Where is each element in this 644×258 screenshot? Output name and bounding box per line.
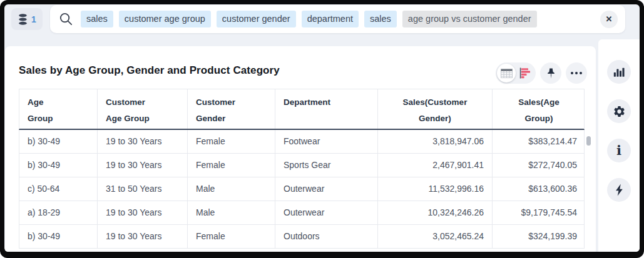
table-row[interactable]: b) 30-4919 to 30 YearsFemaleOutdoors3,05… — [19, 225, 585, 249]
table-cell: $324,199.39 — [492, 225, 585, 248]
column-header[interactable]: Sales(Age Group) — [492, 89, 585, 129]
table-cell: Female — [187, 225, 275, 248]
table-cell: Male — [187, 201, 275, 224]
search-token-list: salescustomer age groupcustomer genderde… — [81, 11, 600, 27]
table-cell: c) 50-64 — [19, 177, 97, 201]
settings-button[interactable] — [607, 99, 631, 123]
table-icon — [501, 69, 513, 78]
pin-button[interactable] — [540, 62, 561, 84]
table-cell: 19 to 30 Years — [97, 201, 187, 224]
search-token[interactable]: age group vs customer gender — [402, 11, 537, 27]
app-surface: 1 salescustomer age groupcustomer gender… — [4, 4, 640, 252]
table-cell: Sports Gear — [275, 154, 377, 177]
table-cell: 3,052,465.24 — [377, 225, 492, 248]
answer-actions — [496, 62, 587, 84]
column-header[interactable]: Department — [275, 89, 377, 129]
search-token[interactable]: customer age group — [119, 11, 211, 27]
info-icon: i — [616, 144, 621, 157]
table-cell: Female — [187, 154, 275, 177]
table-scrollbar[interactable] — [586, 136, 591, 146]
table-cell: 31 to 50 Years — [97, 177, 187, 201]
table-cell: Male — [187, 177, 275, 201]
settings-icon — [613, 105, 626, 118]
data-source-count: 1 — [31, 14, 36, 24]
search-bar[interactable]: salescustomer age groupcustomer genderde… — [50, 5, 625, 33]
table-cell: Outerwear — [275, 201, 377, 224]
table-cell: $9,179,745.54 — [492, 201, 585, 224]
table-row[interactable]: b) 30-4919 to 30 YearsFemaleSports Gear2… — [19, 154, 585, 177]
chart-config-button[interactable] — [607, 60, 631, 84]
database-icon — [18, 14, 28, 25]
table-header-row: Age GroupCustomer Age GroupCustomer Gend… — [19, 89, 585, 130]
search-token[interactable]: customer gender — [217, 11, 296, 27]
search-icon — [59, 12, 73, 26]
table-cell: 19 to 30 Years — [97, 130, 187, 153]
table-view-button[interactable] — [497, 64, 516, 82]
answer-title: Sales by Age Group, Gender and Product C… — [19, 64, 280, 77]
more-options-button[interactable] — [566, 62, 587, 84]
clear-search-button[interactable]: ✕ — [600, 11, 618, 28]
table-cell: 19 to 30 Years — [97, 225, 187, 248]
table-cell: 10,324,246.26 — [377, 201, 492, 224]
spotiq-button[interactable] — [607, 178, 631, 202]
table-cell: 11,532,996.16 — [377, 177, 492, 201]
search-token[interactable]: department — [302, 11, 359, 27]
app-window: 1 salescustomer age groupcustomer gender… — [0, 0, 644, 258]
search-token[interactable]: sales — [81, 11, 113, 27]
chart-icon — [613, 66, 625, 78]
display-mode-toggle — [496, 62, 536, 84]
table-row[interactable]: b) 30-4919 to 30 YearsFemaleFootwear3,81… — [19, 130, 585, 154]
right-sidebar: i — [598, 39, 640, 252]
table-cell: b) 30-49 — [19, 154, 97, 177]
table-cell: 3,818,947.06 — [377, 130, 492, 153]
table-cell: 2,467,901.41 — [377, 154, 492, 177]
table-cell: $383,214.47 — [492, 130, 585, 153]
table-row[interactable]: a) 18-2919 to 30 YearsMaleOuterwear10,32… — [19, 201, 585, 225]
data-source-button[interactable]: 1 — [11, 8, 43, 30]
table-cell: Footwear — [275, 130, 377, 153]
answer-panel: Sales by Age Group, Gender and Product C… — [5, 46, 596, 252]
results-table: Age GroupCustomer Age GroupCustomer Gend… — [19, 89, 585, 249]
table-row[interactable]: c) 50-6431 to 50 YearsMaleOuterwear11,53… — [19, 177, 585, 201]
table-cell: b) 30-49 — [19, 225, 97, 248]
bar-chart-icon — [519, 67, 531, 79]
column-header[interactable]: Customer Gender — [187, 89, 275, 129]
table-cell: a) 18-29 — [19, 201, 97, 224]
lightning-icon — [614, 184, 625, 196]
column-header[interactable]: Sales(Customer Gender) — [377, 89, 492, 129]
table-cell: Outerwear — [275, 177, 377, 201]
table-cell: 19 to 30 Years — [97, 154, 187, 177]
column-header[interactable]: Customer Age Group — [97, 89, 187, 129]
table-cell: b) 30-49 — [19, 130, 97, 153]
table-cell: Female — [187, 130, 275, 153]
table-cell: $272,740.05 — [492, 154, 585, 177]
column-header[interactable]: Age Group — [19, 89, 97, 129]
search-token[interactable]: sales — [364, 11, 397, 27]
pin-icon — [545, 67, 557, 79]
info-button[interactable]: i — [607, 139, 631, 162]
close-icon: ✕ — [606, 15, 613, 23]
table-cell: $613,600.36 — [492, 177, 585, 201]
ellipsis-icon — [571, 72, 582, 74]
table-cell: Outdoors — [275, 225, 377, 248]
chart-view-button[interactable] — [516, 64, 534, 82]
